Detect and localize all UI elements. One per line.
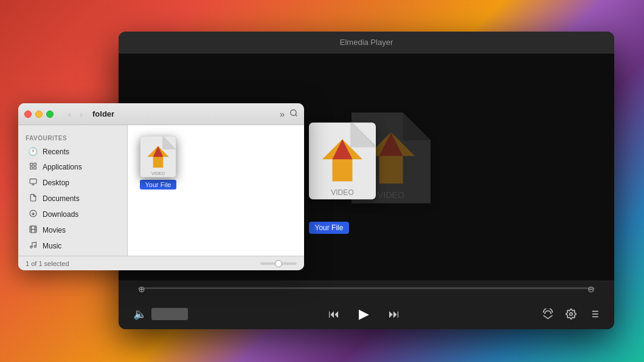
sidebar-item-label-applications: Applications [43,163,82,171]
volume-control: 🔈 [131,305,188,323]
finder-nav: ‹ › [66,108,85,120]
finder-titlebar: ‹ › folder » [18,103,304,125]
desktop-icon [28,178,38,188]
player-file-display: VIDEO VIDEO Your File [300,106,434,228]
player-file-label: Your File [309,222,350,234]
svg-rect-20 [30,163,32,166]
finder-main-content: VIDEO Your File [128,125,304,256]
player-buttons-row: 🔈 ⏮ ▶ ⏭ [126,304,607,324]
finder-path-label: folder [92,109,114,118]
sidebar-item-desktop[interactable]: Desktop [21,175,125,191]
svg-text:VIDEO: VIDEO [151,171,165,176]
close-button[interactable] [24,111,32,118]
file-item-your-file[interactable]: VIDEO Your File [135,132,181,193]
volume-button[interactable]: 🔈 [131,305,149,323]
svg-text:VIDEO: VIDEO [377,190,404,200]
svg-rect-22 [30,167,32,169]
file-label: Your File [140,180,176,190]
svg-rect-21 [33,163,36,166]
progress-right-icon: ⊖ [587,284,595,294]
sidebar-item-recents[interactable]: 🕐 Recents [21,144,125,159]
player-title: Elmedia Player [340,38,393,47]
movies-icon [28,225,38,235]
back-button[interactable]: ‹ [66,108,74,120]
playback-controls: ⏮ ▶ ⏭ [326,304,402,324]
sidebar-item-applications[interactable]: Applications [21,159,125,175]
sidebar-item-label-desktop: Desktop [43,179,69,187]
airplay-button[interactable] [540,306,556,322]
minimize-button[interactable] [35,111,43,118]
sidebar-item-downloads[interactable]: Downloads [21,207,125,222]
svg-rect-24 [30,179,36,184]
progress-left-icon: ⊕ [138,284,145,294]
applications-icon [28,162,38,172]
sidebar-item-label-documents: Documents [43,194,80,203]
svg-text:VIDEO: VIDEO [331,188,354,197]
forward-button[interactable]: › [77,108,85,120]
music-icon [28,241,38,251]
svg-marker-1 [403,112,431,140]
recents-icon: 🕐 [28,147,38,156]
downloads-icon [28,210,38,219]
finder-toolbar-controls: » [280,109,298,119]
svg-rect-23 [33,167,36,169]
icon-size-slider[interactable] [260,262,297,265]
sidebar-item-movies[interactable]: Movies [21,222,125,238]
documents-icon [28,194,38,203]
maximize-button[interactable] [46,111,54,118]
sidebar-item-label-recents: Recents [43,148,69,156]
svg-point-38 [34,245,36,247]
sidebar-item-label-music: Music [43,242,61,250]
svg-point-18 [291,110,296,115]
view-options-button[interactable]: » [280,109,285,119]
sidebar-item-documents[interactable]: Documents [21,191,125,207]
traffic-lights [24,111,54,118]
playlist-button[interactable] [586,306,602,322]
finder-sidebar: Favourites 🕐 Recents Applications Deskto… [18,125,128,256]
svg-point-37 [30,246,32,248]
sidebar-item-music[interactable]: Music [21,238,125,254]
file-icon: VIDEO [139,136,178,177]
previous-button[interactable]: ⏮ [326,306,342,323]
volume-bar[interactable] [151,308,188,320]
player-controls-bar: ⊕ ⊖ 🔈 ⏮ ▶ ⏭ [119,281,614,329]
player-progress-bar[interactable]: ⊕ ⊖ [138,287,595,289]
settings-button[interactable] [563,306,579,322]
sidebar-item-label-downloads: Downloads [43,210,78,219]
sidebar-item-label-movies: Movies [43,226,66,234]
svg-point-11 [570,313,573,316]
finder-body: Favourites 🕐 Recents Applications Deskto… [18,125,304,256]
player-right-controls [540,306,602,322]
play-pause-button[interactable]: ▶ [356,304,372,324]
player-titlebar: Elmedia Player [119,32,614,53]
selection-status: 1 of 1 selected [26,260,69,267]
finder-statusbar: 1 of 1 selected [18,256,304,270]
player-file-icon-main: VIDEO [309,121,376,200]
favourites-section-label: Favourites [18,131,127,144]
next-button[interactable]: ⏭ [386,306,402,323]
finder-window: ‹ › folder » Favourites 🕐 Recents [18,103,304,270]
svg-line-19 [296,115,297,117]
search-button[interactable] [289,109,298,119]
